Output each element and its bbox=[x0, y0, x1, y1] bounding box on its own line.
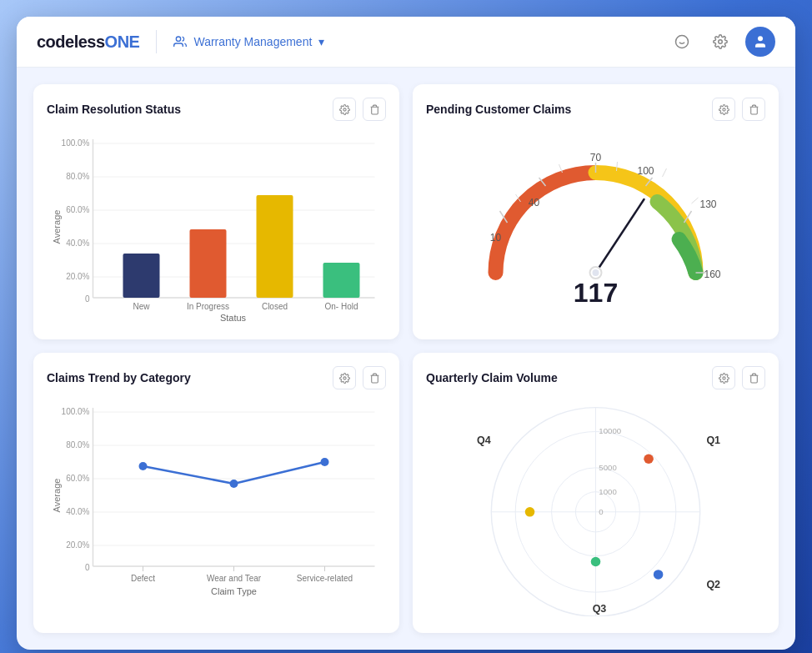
claim-resolution-settings-button[interactable] bbox=[333, 98, 356, 121]
svg-text:Q2: Q2 bbox=[706, 579, 720, 590]
card-claim-resolution: Claim Resolution Status bbox=[33, 84, 399, 339]
svg-rect-24 bbox=[323, 263, 360, 298]
card-title-claim-resolution: Claim Resolution Status bbox=[47, 103, 181, 116]
svg-point-72 bbox=[321, 458, 329, 466]
header-actions bbox=[669, 27, 775, 57]
avatar-icon bbox=[753, 34, 768, 49]
polar-chart-svg: 1000 5000 10000 0 Q1 Q2 Q3 Q4 bbox=[426, 399, 765, 616]
card-header-pending-claims: Pending Customer Claims bbox=[426, 98, 765, 121]
svg-text:10: 10 bbox=[490, 232, 502, 244]
card-quarterly-volume: Quarterly Claim Volume bbox=[413, 353, 779, 633]
nav-label: Warranty Management bbox=[193, 35, 312, 48]
svg-point-6 bbox=[343, 108, 345, 110]
svg-text:1000: 1000 bbox=[599, 487, 616, 496]
line-chart-svg: Average 100.0% 80.0% 60.0% 40.0% 20.0% 0 bbox=[47, 399, 386, 600]
emoji-icon bbox=[674, 34, 689, 49]
app-container: codelessONE Warranty Management ▾ bbox=[17, 17, 795, 650]
settings-icon bbox=[713, 34, 728, 49]
svg-text:60.0%: 60.0% bbox=[66, 205, 89, 214]
avatar-button[interactable] bbox=[745, 27, 775, 57]
svg-line-48 bbox=[596, 199, 644, 273]
svg-text:On- Hold: On- Hold bbox=[324, 302, 358, 311]
svg-point-52 bbox=[343, 376, 345, 379]
svg-point-71 bbox=[230, 480, 238, 488]
trash-icon-2 bbox=[749, 104, 759, 115]
claim-resolution-delete-button[interactable] bbox=[363, 98, 386, 121]
svg-text:0: 0 bbox=[85, 294, 90, 304]
svg-point-94 bbox=[591, 557, 601, 567]
svg-text:Q4: Q4 bbox=[477, 434, 491, 446]
svg-point-30 bbox=[722, 108, 724, 110]
gear-icon bbox=[339, 104, 350, 115]
svg-line-40 bbox=[663, 168, 667, 177]
header-divider bbox=[156, 30, 157, 53]
svg-text:60.0%: 60.0% bbox=[66, 474, 89, 483]
card-actions-pending-claims bbox=[712, 98, 765, 121]
card-actions-claim-resolution bbox=[333, 98, 386, 121]
svg-text:117: 117 bbox=[574, 278, 618, 308]
svg-point-93 bbox=[654, 570, 664, 580]
trash-icon bbox=[369, 104, 380, 115]
svg-text:40: 40 bbox=[529, 197, 540, 208]
svg-text:80.0%: 80.0% bbox=[66, 440, 89, 450]
card-actions-claims-trend bbox=[333, 366, 386, 389]
card-header-quarterly-volume: Quarterly Claim Volume bbox=[426, 366, 765, 389]
svg-text:0: 0 bbox=[599, 507, 603, 516]
bar-chart-svg: Average 100.0% 80.0% 60.0% 40.0% 20.0% 0 bbox=[47, 131, 386, 323]
gauge-svg: 10 40 70 100 130 160 117 bbox=[426, 131, 765, 314]
svg-text:Claim Type: Claim Type bbox=[211, 586, 257, 596]
gear-icon-2 bbox=[719, 104, 729, 115]
logo: codelessONE bbox=[37, 33, 139, 52]
svg-text:80.0%: 80.0% bbox=[66, 172, 89, 181]
svg-line-41 bbox=[692, 198, 699, 203]
svg-text:Service-related: Service-related bbox=[297, 574, 353, 583]
nav-item-warranty[interactable]: Warranty Management ▾ bbox=[173, 35, 324, 48]
trash-icon-3 bbox=[369, 373, 380, 384]
svg-text:Average: Average bbox=[52, 479, 62, 513]
svg-text:100.0%: 100.0% bbox=[62, 138, 90, 148]
svg-text:Defect: Defect bbox=[131, 574, 155, 583]
svg-text:40.0%: 40.0% bbox=[66, 239, 89, 248]
svg-point-77 bbox=[722, 376, 724, 379]
svg-text:20.0%: 20.0% bbox=[66, 272, 89, 281]
svg-text:Average: Average bbox=[52, 210, 62, 244]
svg-rect-23 bbox=[257, 195, 293, 298]
header: codelessONE Warranty Management ▾ bbox=[17, 17, 795, 68]
svg-point-92 bbox=[644, 454, 654, 464]
gear-icon-4 bbox=[719, 373, 729, 384]
svg-text:20.0%: 20.0% bbox=[66, 540, 89, 550]
svg-text:160: 160 bbox=[704, 269, 721, 280]
pending-claims-delete-button[interactable] bbox=[742, 98, 765, 121]
card-actions-quarterly-volume bbox=[712, 366, 765, 389]
svg-text:Q1: Q1 bbox=[706, 434, 720, 446]
card-title-pending-claims: Pending Customer Claims bbox=[426, 103, 571, 116]
svg-text:130: 130 bbox=[700, 198, 717, 210]
gear-icon-3 bbox=[339, 373, 350, 384]
pending-claims-settings-button[interactable] bbox=[712, 98, 735, 121]
users-icon bbox=[173, 35, 187, 48]
card-header-claims-trend: Claims Trend by Category bbox=[47, 366, 386, 389]
svg-text:100: 100 bbox=[637, 165, 654, 177]
settings-button[interactable] bbox=[707, 28, 734, 55]
card-title-quarterly-volume: Quarterly Claim Volume bbox=[426, 371, 558, 384]
svg-text:Status: Status bbox=[220, 313, 247, 323]
svg-text:New: New bbox=[133, 302, 150, 311]
card-claims-trend: Claims Trend by Category bbox=[33, 353, 399, 633]
nav-chevron: ▾ bbox=[318, 35, 324, 48]
trash-icon-4 bbox=[749, 373, 759, 384]
svg-text:5000: 5000 bbox=[599, 463, 616, 472]
quarterly-volume-delete-button[interactable] bbox=[742, 366, 765, 389]
svg-rect-21 bbox=[123, 254, 160, 298]
claims-trend-delete-button[interactable] bbox=[363, 366, 386, 389]
claims-trend-settings-button[interactable] bbox=[333, 366, 356, 389]
svg-text:100.0%: 100.0% bbox=[62, 407, 90, 416]
svg-text:In Progress: In Progress bbox=[187, 302, 229, 311]
svg-point-1 bbox=[676, 36, 689, 48]
svg-text:70: 70 bbox=[590, 152, 602, 163]
quarterly-volume-settings-button[interactable] bbox=[712, 366, 735, 389]
svg-rect-22 bbox=[190, 229, 227, 298]
svg-text:Closed: Closed bbox=[262, 302, 288, 311]
svg-point-95 bbox=[525, 507, 535, 517]
emoji-button[interactable] bbox=[669, 28, 695, 55]
card-title-claims-trend: Claims Trend by Category bbox=[47, 371, 191, 384]
